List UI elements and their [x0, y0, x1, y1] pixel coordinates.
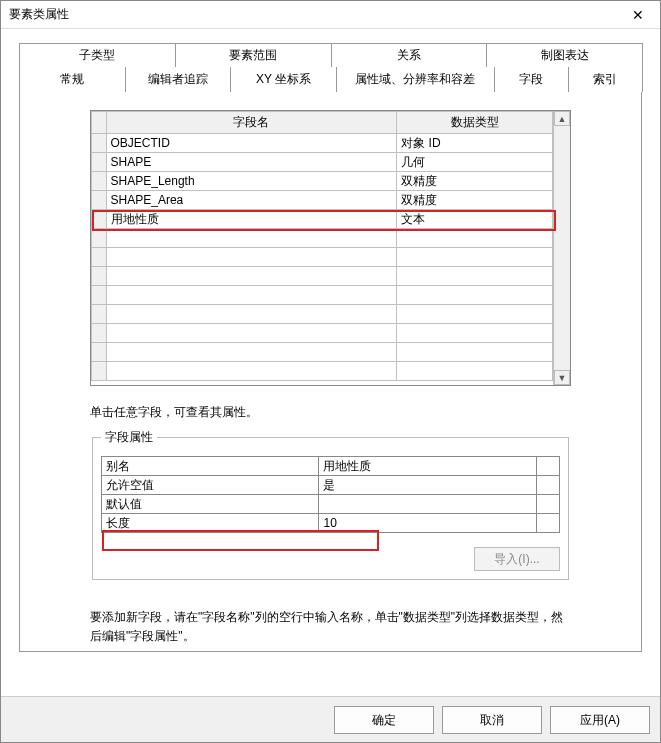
table-row[interactable]: OBJECTID对象 ID — [92, 134, 553, 153]
table-row[interactable]: SHAPE_Area双精度 — [92, 191, 553, 210]
prop-value[interactable] — [319, 495, 536, 514]
titlebar: 要素类属性 ✕ — [1, 1, 660, 29]
prop-label: 长度 — [102, 514, 319, 533]
field-name-cell[interactable] — [106, 229, 397, 248]
tab-xy-crs[interactable]: XY 坐标系 — [230, 67, 337, 92]
field-type-cell[interactable]: 双精度 — [397, 172, 553, 191]
prop-row[interactable]: 别名用地性质 — [102, 457, 560, 476]
tab-fields[interactable]: 字段 — [494, 67, 569, 92]
prop-value[interactable]: 用地性质 — [319, 457, 536, 476]
field-name-cell[interactable] — [106, 362, 397, 381]
prop-button-cell[interactable] — [536, 457, 559, 476]
tab-general[interactable]: 常规 — [19, 67, 126, 92]
field-props-group: 字段属性 别名用地性质允许空值是默认值长度10 导入(I)... — [92, 429, 569, 580]
field-type-cell[interactable] — [397, 248, 553, 267]
field-name-cell[interactable] — [106, 248, 397, 267]
table-row[interactable] — [92, 267, 553, 286]
row-header[interactable] — [92, 267, 107, 286]
row-header[interactable] — [92, 305, 107, 324]
prop-button-cell[interactable] — [536, 514, 559, 533]
prop-button-cell[interactable] — [536, 476, 559, 495]
table-row[interactable] — [92, 324, 553, 343]
prop-row[interactable]: 允许空值是 — [102, 476, 560, 495]
tabs-row-bottom: 常规 编辑者追踪 XY 坐标系 属性域、分辨率和容差 字段 索引 — [19, 66, 642, 92]
table-row[interactable]: SHAPE_Length双精度 — [92, 172, 553, 191]
tab-index[interactable]: 索引 — [568, 67, 643, 92]
field-type-cell[interactable]: 对象 ID — [397, 134, 553, 153]
row-header[interactable] — [92, 362, 107, 381]
table-row[interactable] — [92, 286, 553, 305]
scroll-down-icon[interactable]: ▼ — [554, 370, 570, 385]
dialog-content: 子类型 要素范围 关系 制图表达 常规 编辑者追踪 XY 坐标系 属性域、分辨率… — [1, 29, 660, 696]
close-icon[interactable]: ✕ — [624, 5, 652, 25]
prop-value[interactable]: 是 — [319, 476, 536, 495]
field-type-cell[interactable] — [397, 286, 553, 305]
window-title: 要素类属性 — [9, 6, 69, 23]
table-row[interactable]: 用地性质文本 — [92, 210, 553, 229]
prop-row[interactable]: 长度10 — [102, 514, 560, 533]
tab-panel-fields: 字段名 数据类型 OBJECTID对象 IDSHAPE几何SHAPE_Lengt… — [19, 92, 642, 652]
prop-value[interactable]: 10 — [319, 514, 536, 533]
field-name-cell[interactable]: OBJECTID — [106, 134, 397, 153]
field-type-cell[interactable] — [397, 362, 553, 381]
hint-text: 单击任意字段，可查看其属性。 — [90, 404, 571, 421]
tab-representation[interactable]: 制图表达 — [486, 43, 643, 67]
field-name-cell[interactable]: SHAPE_Area — [106, 191, 397, 210]
row-header[interactable] — [92, 229, 107, 248]
scroll-up-icon[interactable]: ▲ — [554, 111, 570, 126]
tab-editor-tracking[interactable]: 编辑者追踪 — [125, 67, 232, 92]
fields-header-rowhead — [92, 112, 107, 134]
row-header[interactable] — [92, 153, 107, 172]
instructions-text: 要添加新字段，请在"字段名称"列的空行中输入名称，单击"数据类型"列选择数据类型… — [90, 608, 571, 646]
field-name-cell[interactable]: 用地性质 — [106, 210, 397, 229]
row-header[interactable] — [92, 286, 107, 305]
table-row[interactable] — [92, 248, 553, 267]
cancel-button[interactable]: 取消 — [442, 706, 542, 734]
prop-button-cell[interactable] — [536, 495, 559, 514]
field-type-cell[interactable]: 几何 — [397, 153, 553, 172]
field-type-cell[interactable] — [397, 305, 553, 324]
fields-scrollbar[interactable]: ▲ ▼ — [553, 111, 570, 385]
field-type-cell[interactable] — [397, 324, 553, 343]
fields-grid[interactable]: 字段名 数据类型 OBJECTID对象 IDSHAPE几何SHAPE_Lengt… — [91, 111, 553, 385]
tab-domain-resolution[interactable]: 属性域、分辨率和容差 — [336, 67, 495, 92]
tab-extent[interactable]: 要素范围 — [175, 43, 332, 67]
field-name-cell[interactable] — [106, 286, 397, 305]
row-header[interactable] — [92, 134, 107, 153]
dialog-footer: 确定 取消 应用(A) — [1, 696, 660, 742]
fields-grid-wrap: 字段名 数据类型 OBJECTID对象 IDSHAPE几何SHAPE_Lengt… — [90, 110, 571, 386]
table-row[interactable]: SHAPE几何 — [92, 153, 553, 172]
fields-header-name: 字段名 — [106, 112, 397, 134]
table-row[interactable] — [92, 343, 553, 362]
field-type-cell[interactable] — [397, 343, 553, 362]
table-row[interactable] — [92, 362, 553, 381]
field-type-cell[interactable] — [397, 229, 553, 248]
prop-label: 允许空值 — [102, 476, 319, 495]
field-name-cell[interactable]: SHAPE_Length — [106, 172, 397, 191]
ok-button[interactable]: 确定 — [334, 706, 434, 734]
row-header[interactable] — [92, 172, 107, 191]
row-header[interactable] — [92, 210, 107, 229]
field-name-cell[interactable] — [106, 305, 397, 324]
field-props-grid[interactable]: 别名用地性质允许空值是默认值长度10 — [101, 456, 560, 533]
field-type-cell[interactable] — [397, 267, 553, 286]
prop-label: 别名 — [102, 457, 319, 476]
field-name-cell[interactable] — [106, 324, 397, 343]
row-header[interactable] — [92, 248, 107, 267]
tabstrip: 子类型 要素范围 关系 制图表达 常规 编辑者追踪 XY 坐标系 属性域、分辨率… — [19, 43, 642, 92]
field-type-cell[interactable]: 文本 — [397, 210, 553, 229]
row-header[interactable] — [92, 343, 107, 362]
field-name-cell[interactable] — [106, 343, 397, 362]
row-header[interactable] — [92, 191, 107, 210]
tab-subtype[interactable]: 子类型 — [19, 43, 176, 67]
table-row[interactable] — [92, 305, 553, 324]
table-row[interactable] — [92, 229, 553, 248]
apply-button[interactable]: 应用(A) — [550, 706, 650, 734]
row-header[interactable] — [92, 324, 107, 343]
field-props-legend: 字段属性 — [101, 429, 157, 446]
tab-relation[interactable]: 关系 — [331, 43, 488, 67]
field-name-cell[interactable] — [106, 267, 397, 286]
field-name-cell[interactable]: SHAPE — [106, 153, 397, 172]
prop-row[interactable]: 默认值 — [102, 495, 560, 514]
field-type-cell[interactable]: 双精度 — [397, 191, 553, 210]
